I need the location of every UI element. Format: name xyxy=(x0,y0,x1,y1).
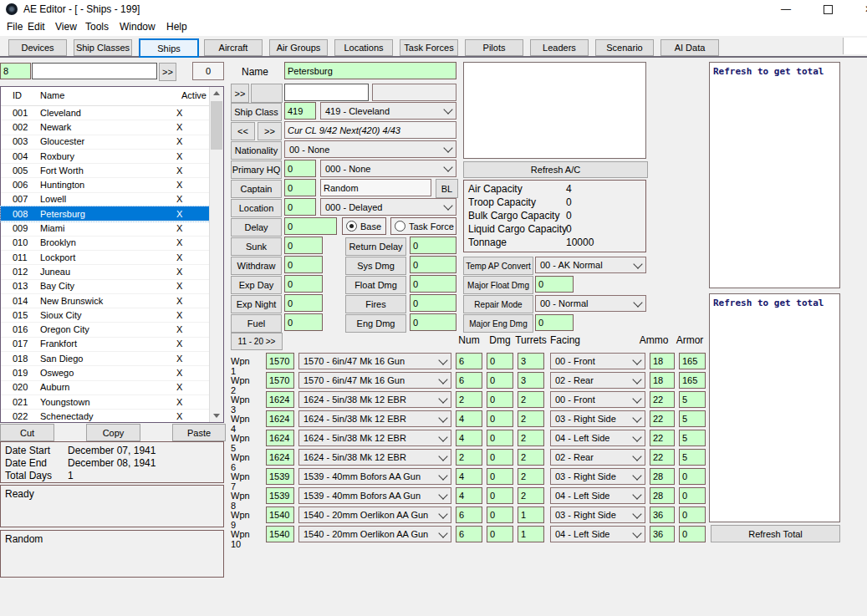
major-float-field[interactable]: 0 xyxy=(535,276,574,293)
menu-window[interactable]: Window xyxy=(120,21,156,33)
wpn-4-facing-dropdown[interactable]: 03 - Right Side xyxy=(550,410,645,427)
eng-dmg-button[interactable]: Eng Dmg xyxy=(345,314,406,333)
wpn-3-ammo-field[interactable]: 22 xyxy=(650,391,675,408)
primary-hq-id-field[interactable]: 0 xyxy=(284,160,316,177)
nationality-button[interactable]: Nationality xyxy=(231,141,282,160)
ship-row-011[interactable]: 011LockportX xyxy=(1,250,210,265)
sys-dmg-field[interactable]: 0 xyxy=(410,256,456,273)
wpn-6-device-field[interactable]: 1624 xyxy=(266,449,294,466)
wpn-8-device-field[interactable]: 1539 xyxy=(266,487,294,504)
temp-ap-button[interactable]: Temp AP Convert xyxy=(463,257,533,275)
search-go-button[interactable]: >> xyxy=(159,63,176,81)
wpn-3-armor-field[interactable]: 5 xyxy=(679,391,706,408)
wpn-5-armor-field[interactable]: 5 xyxy=(679,430,706,446)
delay-field[interactable]: 0 xyxy=(284,217,337,235)
ship-id-field[interactable]: 8 xyxy=(0,63,31,79)
wpn-10-device-dropdown[interactable]: 1540 - 20mm Oerlikon AA Gun xyxy=(298,526,451,542)
wpn-8-armor-field[interactable]: 0 xyxy=(679,487,706,504)
wpn-2-device-dropdown[interactable]: 1570 - 6in/47 Mk 16 Gun xyxy=(298,372,451,389)
wpn-8-facing-dropdown[interactable]: 04 - Left Side xyxy=(550,487,645,504)
wpn-2-device-field[interactable]: 1570 xyxy=(266,372,294,389)
fuel-button[interactable]: Fuel xyxy=(231,314,282,333)
ship-row-003[interactable]: 003GloucesterX xyxy=(1,135,210,150)
ship-row-020[interactable]: 020AuburnX xyxy=(1,380,210,395)
major-eng-field[interactable]: 0 xyxy=(535,314,574,331)
tab-aircraft[interactable]: Aircraft xyxy=(204,39,263,56)
return-delay-field[interactable]: 0 xyxy=(410,237,456,254)
temp-ap-dropdown[interactable]: 00 - AK Normal xyxy=(535,257,646,273)
task-force-radio[interactable]: Task Force xyxy=(390,217,456,235)
menu-tools[interactable]: Tools xyxy=(85,21,109,33)
wpn-9-num-field[interactable]: 6 xyxy=(456,507,482,523)
wpn-9-armor-field[interactable]: 0 xyxy=(679,507,706,523)
search-input[interactable] xyxy=(32,63,157,79)
ship-row-018[interactable]: 018San DiegoX xyxy=(1,351,210,366)
fuel-field[interactable]: 0 xyxy=(284,313,323,331)
location-button[interactable]: Location xyxy=(231,199,282,217)
primary-hq-button[interactable]: Primary HQ xyxy=(231,160,282,179)
col-active[interactable]: Active xyxy=(181,90,207,100)
tab-pilots[interactable]: Pilots xyxy=(465,39,523,56)
wpn-1-ammo-field[interactable]: 18 xyxy=(650,353,675,369)
scroll-down-icon[interactable] xyxy=(213,414,220,418)
captain-button[interactable]: Captain xyxy=(231,180,282,198)
wpn-8-turrets-field[interactable]: 2 xyxy=(518,487,544,504)
ship-list-scrollbar[interactable] xyxy=(209,87,223,422)
ship-row-021[interactable]: 021YoungstownX xyxy=(1,395,210,410)
col-id[interactable]: ID xyxy=(13,90,22,100)
wpn-4-turrets-field[interactable]: 2 xyxy=(518,410,544,427)
fires-button[interactable]: Fires xyxy=(345,295,406,313)
ship-row-008[interactable]: 008PetersburgX xyxy=(1,206,210,221)
wpn-6-armor-field[interactable]: 5 xyxy=(679,449,706,466)
ship-class-button[interactable]: Ship Class xyxy=(231,103,282,121)
wpn-7-dmg-field[interactable]: 0 xyxy=(487,468,513,485)
wpn-8-ammo-field[interactable]: 28 xyxy=(650,487,675,504)
tab-devices[interactable]: Devices xyxy=(8,39,67,56)
sunk-field[interactable]: 0 xyxy=(284,237,323,254)
wpn-7-device-field[interactable]: 1539 xyxy=(266,468,294,485)
wpn-9-facing-dropdown[interactable]: 03 - Right Side xyxy=(550,507,645,523)
wpn-1-device-dropdown[interactable]: 1570 - 6in/47 Mk 16 Gun xyxy=(298,353,451,369)
float-dmg-field[interactable]: 0 xyxy=(410,275,456,293)
repair-mode-button[interactable]: Repair Mode xyxy=(463,295,533,313)
wpn-5-num-field[interactable]: 4 xyxy=(456,430,482,446)
wpn-5-facing-dropdown[interactable]: 04 - Left Side xyxy=(550,430,645,446)
ship-row-010[interactable]: 010BrooklynX xyxy=(1,236,210,251)
maximize-button[interactable] xyxy=(815,1,840,18)
wpn-7-num-field[interactable]: 4 xyxy=(456,468,482,485)
wpn-5-device-dropdown[interactable]: 1624 - 5in/38 Mk 12 EBR xyxy=(298,430,451,446)
wpn-5-turrets-field[interactable]: 2 xyxy=(518,430,544,446)
bl-button[interactable]: BL xyxy=(436,179,458,198)
close-button[interactable]: ✕ xyxy=(856,1,867,18)
exp-night-button[interactable]: Exp Night xyxy=(231,295,282,313)
wpn-2-turrets-field[interactable]: 3 xyxy=(518,372,544,389)
wpn-1-device-field[interactable]: 1570 xyxy=(266,353,294,369)
wpn-1-num-field[interactable]: 6 xyxy=(456,353,482,369)
ship-row-009[interactable]: 009MiamiX xyxy=(1,221,210,236)
float-dmg-button[interactable]: Float Dmg xyxy=(345,276,406,294)
form-search-input[interactable] xyxy=(284,84,369,101)
refresh-ac-button[interactable]: Refresh A/C xyxy=(463,161,648,178)
exp-day-field[interactable]: 0 xyxy=(284,275,323,293)
ship-row-007[interactable]: 007LowellX xyxy=(1,192,210,207)
wpn-4-ammo-field[interactable]: 22 xyxy=(650,410,675,427)
repair-mode-dropdown[interactable]: 00 - Normal xyxy=(535,295,646,312)
wpn-7-turrets-field[interactable]: 2 xyxy=(518,468,544,485)
ship-row-001[interactable]: 001ClevelandX xyxy=(1,105,210,120)
ship-row-014[interactable]: 014New BrunswickX xyxy=(1,293,210,308)
ship-row-015[interactable]: 015Sioux CityX xyxy=(1,308,210,323)
scroll-thumb[interactable] xyxy=(211,101,222,150)
wpn-1-facing-dropdown[interactable]: 00 - Front xyxy=(550,353,645,369)
ship-row-004[interactable]: 004RoxburyX xyxy=(1,149,210,164)
major-float-button[interactable]: Major Float Dmg xyxy=(463,276,533,294)
wpn-10-dmg-field[interactable]: 0 xyxy=(487,526,513,542)
scroll-up-icon[interactable] xyxy=(213,91,220,95)
ship-row-012[interactable]: 012JuneauX xyxy=(1,264,210,279)
eng-dmg-field[interactable]: 0 xyxy=(410,313,456,331)
wpn-8-device-dropdown[interactable]: 1539 - 40mm Bofors AA Gun xyxy=(298,487,451,504)
wpn-8-num-field[interactable]: 4 xyxy=(456,487,482,504)
wpn-6-device-dropdown[interactable]: 1624 - 5in/38 Mk 12 EBR xyxy=(298,449,451,466)
wpn-7-ammo-field[interactable]: 28 xyxy=(650,468,675,485)
wpn-9-ammo-field[interactable]: 36 xyxy=(650,507,675,523)
tab-leaders[interactable]: Leaders xyxy=(530,39,589,56)
